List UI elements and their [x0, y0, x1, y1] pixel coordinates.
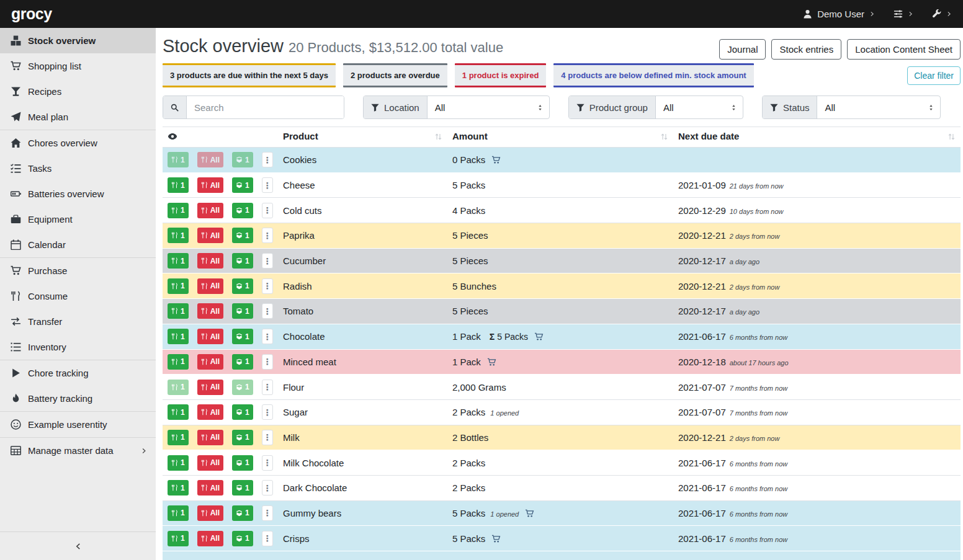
user-menu[interactable]: Demo User: [803, 9, 875, 19]
sidebar-item-example-userentity[interactable]: Example userentity: [0, 412, 156, 437]
journal-button[interactable]: Journal: [719, 39, 766, 60]
admin-menu[interactable]: [932, 9, 952, 19]
open-one-button[interactable]: 1: [232, 531, 253, 546]
consume-all-button[interactable]: All: [197, 380, 223, 395]
clear-filter-button[interactable]: Clear filter: [907, 66, 961, 85]
row-menu-button[interactable]: ⋮: [262, 253, 273, 269]
product-group-select[interactable]: All: [656, 96, 743, 118]
sidebar-item-chore-tracking[interactable]: Chore tracking: [0, 360, 156, 386]
open-one-button[interactable]: 1: [232, 329, 253, 344]
stock-entries-button[interactable]: Stock entries: [771, 39, 841, 60]
shopping-cart-icon[interactable]: [534, 332, 544, 341]
column-header-amount[interactable]: Amount: [447, 127, 673, 148]
consume-all-button[interactable]: All: [197, 303, 223, 319]
banner-due-soon[interactable]: 3 products are due within the next 5 day…: [163, 63, 336, 87]
consume-one-button[interactable]: 1: [168, 329, 189, 344]
consume-one-button[interactable]: 1: [168, 505, 189, 521]
open-one-button[interactable]: 1: [232, 480, 253, 496]
banner-expired[interactable]: 1 product is expired: [455, 63, 547, 87]
consume-one-button[interactable]: 1: [168, 203, 189, 218]
consume-one-button[interactable]: 1: [168, 531, 189, 546]
consume-all-button[interactable]: All: [197, 329, 223, 344]
consume-one-button[interactable]: 1: [168, 228, 189, 243]
sidebar-item-manage-master-data[interactable]: Manage master data: [0, 438, 156, 463]
row-menu-button[interactable]: ⋮: [262, 354, 273, 370]
open-one-button[interactable]: 1: [232, 303, 253, 319]
sidebar-item-purchase[interactable]: Purchase: [0, 258, 156, 283]
consume-all-button[interactable]: All: [197, 253, 223, 269]
row-menu-button[interactable]: ⋮: [262, 480, 273, 496]
shopping-cart-icon[interactable]: [491, 535, 501, 543]
open-one-button[interactable]: 1: [232, 177, 253, 193]
open-one-button[interactable]: 1: [232, 404, 253, 420]
row-menu-button[interactable]: ⋮: [262, 380, 273, 395]
shopping-cart-icon[interactable]: [491, 156, 501, 164]
sidebar-item-chores-overview[interactable]: Chores overview: [0, 130, 156, 156]
consume-all-button[interactable]: All: [197, 354, 223, 370]
column-header-product[interactable]: Product: [278, 127, 447, 148]
consume-one-button[interactable]: 1: [168, 380, 189, 395]
row-menu-button[interactable]: ⋮: [262, 228, 273, 243]
sidebar-item-inventory[interactable]: Inventory: [0, 334, 156, 360]
open-one-button[interactable]: 1: [232, 354, 253, 370]
column-header-next-due-date[interactable]: Next due date: [673, 127, 961, 148]
status-select[interactable]: All: [817, 96, 940, 118]
eye-icon[interactable]: [168, 131, 177, 141]
search-input[interactable]: [187, 96, 344, 118]
open-one-button[interactable]: 1: [232, 228, 253, 243]
sidebar-item-battery-tracking[interactable]: Battery tracking: [0, 386, 156, 411]
sidebar-item-transfer[interactable]: Transfer: [0, 309, 156, 334]
consume-one-button[interactable]: 1: [168, 278, 189, 294]
sidebar-item-calendar[interactable]: Calendar: [0, 232, 156, 257]
row-menu-button[interactable]: ⋮: [262, 278, 273, 294]
app-logo[interactable]: grocy: [11, 5, 52, 23]
sidebar-item-batteries-overview[interactable]: Batteries overview: [0, 181, 156, 207]
row-menu-button[interactable]: ⋮: [262, 152, 273, 167]
row-menu-button[interactable]: ⋮: [262, 177, 273, 193]
row-menu-button[interactable]: ⋮: [262, 329, 273, 344]
open-one-button[interactable]: 1: [232, 253, 253, 269]
consume-all-button[interactable]: All: [197, 203, 223, 218]
banner-below-min-stock[interactable]: 4 products are below defined min. stock …: [553, 63, 753, 87]
consume-one-button[interactable]: 1: [168, 480, 189, 496]
consume-all-button[interactable]: All: [197, 430, 223, 445]
consume-one-button[interactable]: 1: [168, 253, 189, 269]
consume-all-button[interactable]: All: [197, 177, 223, 193]
consume-one-button[interactable]: 1: [168, 430, 189, 445]
row-menu-button[interactable]: ⋮: [262, 430, 273, 445]
sidebar-item-recipes[interactable]: Recipes: [0, 79, 156, 104]
consume-all-button[interactable]: All: [197, 404, 223, 420]
consume-all-button[interactable]: All: [197, 228, 223, 243]
consume-one-button[interactable]: 1: [168, 455, 189, 471]
row-menu-button[interactable]: ⋮: [262, 203, 273, 218]
location-content-sheet-button[interactable]: Location Content Sheet: [847, 39, 961, 60]
sidebar-collapse-button[interactable]: [0, 531, 156, 560]
consume-one-button[interactable]: 1: [168, 404, 189, 420]
consume-all-button[interactable]: All: [197, 505, 223, 521]
consume-all-button[interactable]: All: [197, 480, 223, 496]
sidebar-item-shopping-list[interactable]: Shopping list: [0, 53, 156, 79]
consume-all-button[interactable]: All: [197, 531, 223, 546]
consume-all-button[interactable]: All: [197, 455, 223, 471]
banner-overdue[interactable]: 2 products are overdue: [343, 63, 447, 87]
sidebar-item-tasks[interactable]: Tasks: [0, 156, 156, 181]
consume-one-button[interactable]: 1: [168, 303, 189, 319]
row-menu-button[interactable]: ⋮: [262, 531, 273, 546]
row-menu-button[interactable]: ⋮: [262, 455, 273, 471]
shopping-cart-icon[interactable]: [525, 509, 534, 518]
open-one-button[interactable]: 1: [232, 152, 253, 167]
settings-menu[interactable]: [894, 9, 913, 19]
row-menu-button[interactable]: ⋮: [262, 505, 273, 521]
sidebar-item-equipment[interactable]: Equipment: [0, 207, 156, 232]
open-one-button[interactable]: 1: [232, 203, 253, 218]
open-one-button[interactable]: 1: [232, 430, 253, 445]
consume-all-button[interactable]: All: [197, 278, 223, 294]
open-one-button[interactable]: 1: [232, 455, 253, 471]
consume-one-button[interactable]: 1: [168, 177, 189, 193]
location-select[interactable]: All: [428, 96, 549, 118]
consume-one-button[interactable]: 1: [168, 354, 189, 370]
shopping-cart-icon[interactable]: [487, 358, 496, 367]
consume-all-button[interactable]: All: [197, 152, 223, 167]
row-menu-button[interactable]: ⋮: [262, 404, 273, 420]
row-menu-button[interactable]: ⋮: [262, 303, 273, 319]
